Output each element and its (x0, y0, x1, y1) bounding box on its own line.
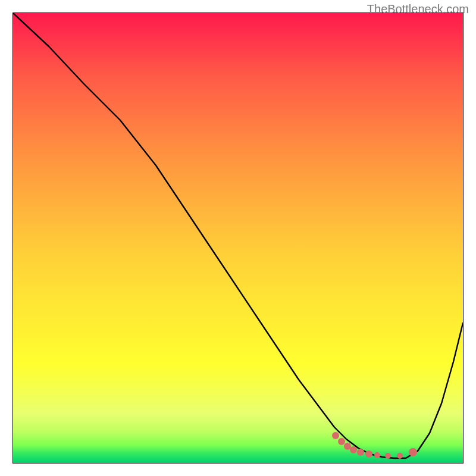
chart-frame (12, 12, 464, 464)
watermark-text: TheBottleneck.com (367, 2, 469, 16)
